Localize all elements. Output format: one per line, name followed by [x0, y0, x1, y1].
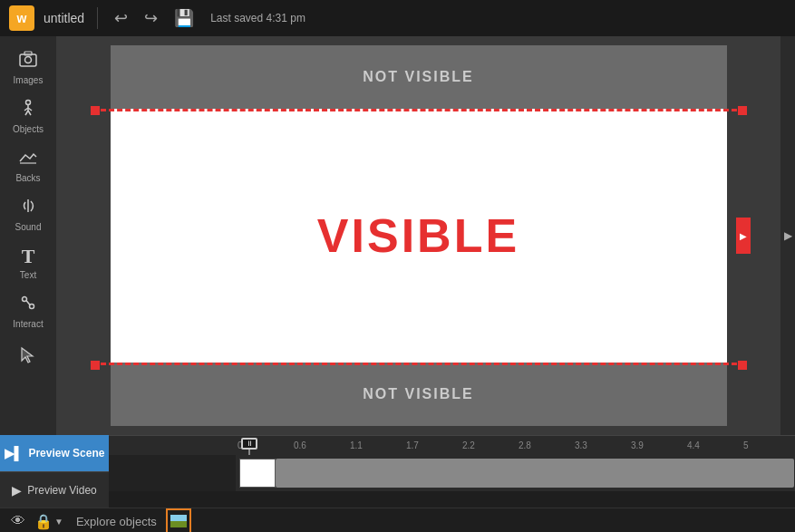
svg-line-8	[28, 111, 31, 115]
svg-line-7	[25, 111, 28, 115]
corner-marker-bl	[91, 361, 100, 370]
sidebar: Images Objects B	[0, 36, 56, 435]
visible-boundary-top	[92, 109, 745, 112]
playhead-line	[248, 450, 250, 455]
topbar-divider	[97, 7, 98, 29]
playhead[interactable]: ⏸	[241, 436, 257, 455]
ruler-mark-17: 1.7	[404, 440, 461, 450]
preview-video-play-icon: ▶	[12, 483, 22, 498]
sound-label: Sound	[15, 222, 42, 232]
canvas-area[interactable]: NOT VISIBLE VISIBLE NOT VISIBLE ▶	[56, 36, 780, 435]
save-button[interactable]: 💾	[170, 5, 198, 32]
undo-button[interactable]: ↩	[111, 5, 131, 32]
ruler-mark-22: 2.2	[461, 440, 517, 450]
app-logo: w	[9, 5, 34, 31]
redo-button[interactable]: ↪	[141, 5, 161, 32]
interact-icon	[18, 293, 38, 317]
preview-scene-label: Preview Scene	[28, 447, 104, 459]
not-visible-top: NOT VISIBLE	[111, 45, 727, 109]
corner-marker-br	[738, 361, 747, 370]
sidebar-item-objects[interactable]: Objects	[3, 92, 53, 140]
not-visible-bottom: NOT VISIBLE	[111, 363, 727, 426]
text-icon: T	[22, 245, 35, 268]
ruler-mark-33: 3.3	[573, 440, 629, 450]
playhead-marker[interactable]: ⏸	[241, 438, 257, 450]
svg-point-1	[25, 57, 32, 63]
ruler-mark-11: 1.1	[348, 440, 404, 450]
visible-area: VISIBLE	[111, 109, 727, 363]
sidebar-item-text[interactable]: T Text	[3, 239, 53, 285]
right-arrow-icon: ▶	[784, 229, 792, 242]
corner-marker-tl	[91, 106, 100, 115]
sidebar-item-pointer[interactable]	[3, 340, 53, 377]
svg-point-3	[26, 101, 31, 105]
timeline-section: 0 0.6 1.1 1.7 2.2 2.8 3.3 3.9 4.4 5 ⏸	[109, 435, 795, 508]
explore-bar: 👁 🔒 ▼ Explore objects	[0, 508, 795, 532]
ruler-mark-28: 2.8	[517, 440, 573, 450]
eye-icon[interactable]: 👁	[11, 513, 25, 529]
track-thumbnail	[239, 459, 276, 488]
visible-boundary-bottom	[92, 363, 745, 366]
bottom-full: ▶▌ Preview Scene ▶ Preview Video 0 0.6 1…	[0, 435, 795, 508]
preview-buttons: ▶▌ Preview Scene ▶ Preview Video	[0, 435, 109, 508]
main-area: Images Objects B	[0, 36, 795, 435]
svg-line-13	[26, 301, 30, 305]
svg-rect-2	[24, 52, 32, 55]
sound-icon	[18, 196, 38, 220]
preview-video-label: Preview Video	[27, 484, 97, 497]
ruler-mark-5: 5	[742, 440, 795, 450]
right-handle[interactable]: ▶	[736, 218, 751, 254]
bottom-panel: ▶▌ Preview Scene ▶ Preview Video 0 0.6 1…	[0, 435, 795, 532]
explore-image-icon	[170, 515, 187, 527]
text-label: Text	[20, 270, 36, 280]
backs-label: Backs	[15, 173, 40, 183]
topbar: w untitled ↩ ↪ 💾 Last saved 4:31 pm	[0, 0, 795, 36]
timeline-track[interactable]	[109, 455, 795, 491]
svg-marker-14	[22, 348, 33, 363]
save-status: Last saved 4:31 pm	[210, 12, 305, 24]
preview-video-button[interactable]: ▶ Preview Video	[0, 471, 109, 508]
sidebar-item-interact[interactable]: Interact	[3, 287, 53, 334]
lock-button[interactable]: 🔒 ▼	[34, 513, 63, 530]
ruler-mark-39: 3.9	[629, 440, 685, 450]
scene: NOT VISIBLE VISIBLE NOT VISIBLE ▶	[111, 45, 727, 426]
timeline-ruler[interactable]: 0 0.6 1.1 1.7 2.2 2.8 3.3 3.9 4.4 5 ⏸	[109, 435, 795, 455]
images-label: Images	[14, 75, 44, 85]
lock-dropdown-icon: ▼	[54, 517, 63, 527]
interact-label: Interact	[13, 319, 43, 329]
sidebar-item-backs[interactable]: Backs	[3, 141, 53, 189]
document-title[interactable]: untitled	[44, 11, 84, 25]
objects-icon	[18, 98, 38, 122]
images-icon	[18, 49, 38, 73]
explore-image-button[interactable]	[166, 508, 191, 532]
pointer-icon	[18, 345, 38, 370]
corner-marker-tr	[738, 106, 747, 115]
preview-scene-button[interactable]: ▶▌ Preview Scene	[0, 435, 109, 471]
lock-icon: 🔒	[34, 513, 53, 530]
track-label-area	[109, 455, 236, 491]
ruler-mark-44: 4.4	[685, 440, 742, 450]
right-panel-toggle[interactable]: ▶	[780, 36, 795, 435]
backs-icon	[18, 147, 38, 171]
ruler-mark-06: 0.6	[292, 440, 348, 450]
objects-label: Objects	[13, 124, 44, 134]
visible-label: VISIBLE	[317, 208, 519, 263]
ruler-marks: 0 0.6 1.1 1.7 2.2 2.8 3.3 3.9 4.4 5	[236, 440, 795, 450]
track-block[interactable]	[276, 459, 794, 488]
preview-scene-play-icon: ▶▌	[5, 446, 24, 460]
sidebar-item-sound[interactable]: Sound	[3, 190, 53, 237]
explore-objects-label: Explore objects	[76, 515, 157, 528]
sidebar-item-images[interactable]: Images	[3, 44, 53, 91]
